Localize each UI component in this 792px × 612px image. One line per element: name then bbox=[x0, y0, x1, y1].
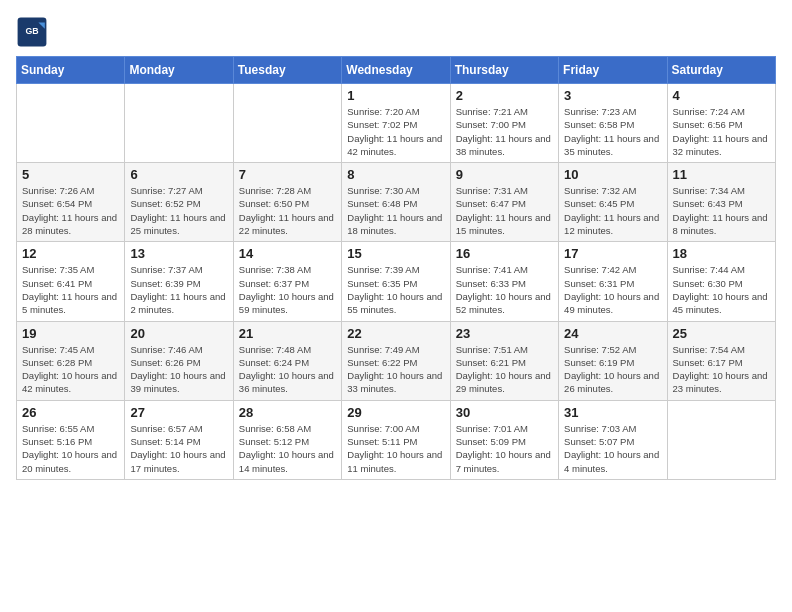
day-number: 31 bbox=[564, 405, 661, 420]
day-number: 18 bbox=[673, 246, 770, 261]
calendar-cell: 6Sunrise: 7:27 AM Sunset: 6:52 PM Daylig… bbox=[125, 163, 233, 242]
calendar-cell: 4Sunrise: 7:24 AM Sunset: 6:56 PM Daylig… bbox=[667, 84, 775, 163]
calendar-cell: 10Sunrise: 7:32 AM Sunset: 6:45 PM Dayli… bbox=[559, 163, 667, 242]
logo: GB bbox=[16, 16, 52, 48]
calendar-cell: 18Sunrise: 7:44 AM Sunset: 6:30 PM Dayli… bbox=[667, 242, 775, 321]
day-info: Sunrise: 7:39 AM Sunset: 6:35 PM Dayligh… bbox=[347, 263, 444, 316]
calendar-cell: 2Sunrise: 7:21 AM Sunset: 7:00 PM Daylig… bbox=[450, 84, 558, 163]
weekday-header-wednesday: Wednesday bbox=[342, 57, 450, 84]
day-number: 27 bbox=[130, 405, 227, 420]
day-number: 7 bbox=[239, 167, 336, 182]
weekday-header-saturday: Saturday bbox=[667, 57, 775, 84]
day-info: Sunrise: 7:48 AM Sunset: 6:24 PM Dayligh… bbox=[239, 343, 336, 396]
day-info: Sunrise: 6:58 AM Sunset: 5:12 PM Dayligh… bbox=[239, 422, 336, 475]
week-row-1: 1Sunrise: 7:20 AM Sunset: 7:02 PM Daylig… bbox=[17, 84, 776, 163]
day-info: Sunrise: 7:28 AM Sunset: 6:50 PM Dayligh… bbox=[239, 184, 336, 237]
day-info: Sunrise: 7:27 AM Sunset: 6:52 PM Dayligh… bbox=[130, 184, 227, 237]
day-info: Sunrise: 7:01 AM Sunset: 5:09 PM Dayligh… bbox=[456, 422, 553, 475]
week-row-3: 12Sunrise: 7:35 AM Sunset: 6:41 PM Dayli… bbox=[17, 242, 776, 321]
week-row-5: 26Sunrise: 6:55 AM Sunset: 5:16 PM Dayli… bbox=[17, 400, 776, 479]
day-info: Sunrise: 7:34 AM Sunset: 6:43 PM Dayligh… bbox=[673, 184, 770, 237]
day-number: 19 bbox=[22, 326, 119, 341]
week-row-2: 5Sunrise: 7:26 AM Sunset: 6:54 PM Daylig… bbox=[17, 163, 776, 242]
calendar-cell: 23Sunrise: 7:51 AM Sunset: 6:21 PM Dayli… bbox=[450, 321, 558, 400]
day-number: 13 bbox=[130, 246, 227, 261]
day-number: 29 bbox=[347, 405, 444, 420]
calendar-cell: 14Sunrise: 7:38 AM Sunset: 6:37 PM Dayli… bbox=[233, 242, 341, 321]
day-info: Sunrise: 7:52 AM Sunset: 6:19 PM Dayligh… bbox=[564, 343, 661, 396]
weekday-header-sunday: Sunday bbox=[17, 57, 125, 84]
day-number: 25 bbox=[673, 326, 770, 341]
day-info: Sunrise: 7:31 AM Sunset: 6:47 PM Dayligh… bbox=[456, 184, 553, 237]
calendar-cell: 15Sunrise: 7:39 AM Sunset: 6:35 PM Dayli… bbox=[342, 242, 450, 321]
day-number: 15 bbox=[347, 246, 444, 261]
day-info: Sunrise: 7:26 AM Sunset: 6:54 PM Dayligh… bbox=[22, 184, 119, 237]
day-number: 5 bbox=[22, 167, 119, 182]
day-info: Sunrise: 7:46 AM Sunset: 6:26 PM Dayligh… bbox=[130, 343, 227, 396]
day-number: 4 bbox=[673, 88, 770, 103]
day-info: Sunrise: 7:44 AM Sunset: 6:30 PM Dayligh… bbox=[673, 263, 770, 316]
calendar-cell: 22Sunrise: 7:49 AM Sunset: 6:22 PM Dayli… bbox=[342, 321, 450, 400]
day-number: 2 bbox=[456, 88, 553, 103]
day-number: 3 bbox=[564, 88, 661, 103]
weekday-header-thursday: Thursday bbox=[450, 57, 558, 84]
weekday-header-row: SundayMondayTuesdayWednesdayThursdayFrid… bbox=[17, 57, 776, 84]
day-number: 9 bbox=[456, 167, 553, 182]
calendar-cell: 28Sunrise: 6:58 AM Sunset: 5:12 PM Dayli… bbox=[233, 400, 341, 479]
weekday-header-monday: Monday bbox=[125, 57, 233, 84]
day-info: Sunrise: 7:41 AM Sunset: 6:33 PM Dayligh… bbox=[456, 263, 553, 316]
calendar-table: SundayMondayTuesdayWednesdayThursdayFrid… bbox=[16, 56, 776, 480]
day-info: Sunrise: 7:03 AM Sunset: 5:07 PM Dayligh… bbox=[564, 422, 661, 475]
calendar-cell: 5Sunrise: 7:26 AM Sunset: 6:54 PM Daylig… bbox=[17, 163, 125, 242]
day-number: 8 bbox=[347, 167, 444, 182]
day-number: 21 bbox=[239, 326, 336, 341]
day-info: Sunrise: 7:49 AM Sunset: 6:22 PM Dayligh… bbox=[347, 343, 444, 396]
calendar-cell: 12Sunrise: 7:35 AM Sunset: 6:41 PM Dayli… bbox=[17, 242, 125, 321]
calendar-cell: 9Sunrise: 7:31 AM Sunset: 6:47 PM Daylig… bbox=[450, 163, 558, 242]
calendar-cell: 31Sunrise: 7:03 AM Sunset: 5:07 PM Dayli… bbox=[559, 400, 667, 479]
day-info: Sunrise: 7:24 AM Sunset: 6:56 PM Dayligh… bbox=[673, 105, 770, 158]
calendar-cell bbox=[125, 84, 233, 163]
svg-text:GB: GB bbox=[25, 26, 38, 36]
day-info: Sunrise: 7:45 AM Sunset: 6:28 PM Dayligh… bbox=[22, 343, 119, 396]
calendar-cell: 20Sunrise: 7:46 AM Sunset: 6:26 PM Dayli… bbox=[125, 321, 233, 400]
day-number: 6 bbox=[130, 167, 227, 182]
calendar-cell: 11Sunrise: 7:34 AM Sunset: 6:43 PM Dayli… bbox=[667, 163, 775, 242]
day-info: Sunrise: 7:35 AM Sunset: 6:41 PM Dayligh… bbox=[22, 263, 119, 316]
calendar-cell: 13Sunrise: 7:37 AM Sunset: 6:39 PM Dayli… bbox=[125, 242, 233, 321]
day-number: 11 bbox=[673, 167, 770, 182]
calendar-cell: 21Sunrise: 7:48 AM Sunset: 6:24 PM Dayli… bbox=[233, 321, 341, 400]
day-info: Sunrise: 7:00 AM Sunset: 5:11 PM Dayligh… bbox=[347, 422, 444, 475]
day-info: Sunrise: 7:42 AM Sunset: 6:31 PM Dayligh… bbox=[564, 263, 661, 316]
day-number: 16 bbox=[456, 246, 553, 261]
calendar-cell bbox=[17, 84, 125, 163]
calendar-cell: 17Sunrise: 7:42 AM Sunset: 6:31 PM Dayli… bbox=[559, 242, 667, 321]
day-info: Sunrise: 7:54 AM Sunset: 6:17 PM Dayligh… bbox=[673, 343, 770, 396]
day-number: 23 bbox=[456, 326, 553, 341]
day-info: Sunrise: 7:20 AM Sunset: 7:02 PM Dayligh… bbox=[347, 105, 444, 158]
calendar-cell: 16Sunrise: 7:41 AM Sunset: 6:33 PM Dayli… bbox=[450, 242, 558, 321]
day-info: Sunrise: 7:37 AM Sunset: 6:39 PM Dayligh… bbox=[130, 263, 227, 316]
day-number: 26 bbox=[22, 405, 119, 420]
day-number: 20 bbox=[130, 326, 227, 341]
week-row-4: 19Sunrise: 7:45 AM Sunset: 6:28 PM Dayli… bbox=[17, 321, 776, 400]
calendar-cell bbox=[233, 84, 341, 163]
calendar-cell: 19Sunrise: 7:45 AM Sunset: 6:28 PM Dayli… bbox=[17, 321, 125, 400]
day-info: Sunrise: 7:51 AM Sunset: 6:21 PM Dayligh… bbox=[456, 343, 553, 396]
day-info: Sunrise: 7:38 AM Sunset: 6:37 PM Dayligh… bbox=[239, 263, 336, 316]
day-number: 28 bbox=[239, 405, 336, 420]
calendar-cell: 3Sunrise: 7:23 AM Sunset: 6:58 PM Daylig… bbox=[559, 84, 667, 163]
day-info: Sunrise: 6:55 AM Sunset: 5:16 PM Dayligh… bbox=[22, 422, 119, 475]
calendar-cell: 26Sunrise: 6:55 AM Sunset: 5:16 PM Dayli… bbox=[17, 400, 125, 479]
day-info: Sunrise: 7:21 AM Sunset: 7:00 PM Dayligh… bbox=[456, 105, 553, 158]
calendar-cell: 30Sunrise: 7:01 AM Sunset: 5:09 PM Dayli… bbox=[450, 400, 558, 479]
day-number: 22 bbox=[347, 326, 444, 341]
day-number: 30 bbox=[456, 405, 553, 420]
calendar-cell: 24Sunrise: 7:52 AM Sunset: 6:19 PM Dayli… bbox=[559, 321, 667, 400]
weekday-header-friday: Friday bbox=[559, 57, 667, 84]
calendar-cell: 8Sunrise: 7:30 AM Sunset: 6:48 PM Daylig… bbox=[342, 163, 450, 242]
page-header: GB bbox=[16, 16, 776, 48]
day-info: Sunrise: 6:57 AM Sunset: 5:14 PM Dayligh… bbox=[130, 422, 227, 475]
calendar-cell bbox=[667, 400, 775, 479]
day-number: 12 bbox=[22, 246, 119, 261]
